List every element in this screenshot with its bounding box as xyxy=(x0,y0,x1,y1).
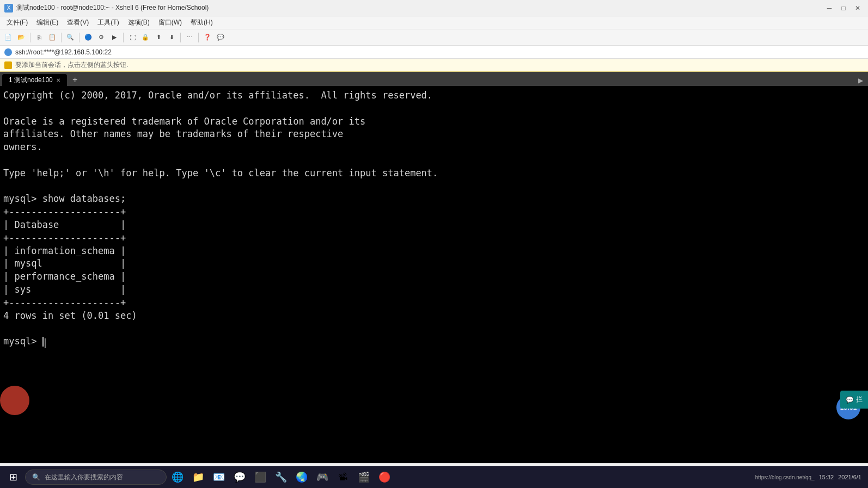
tb-settings[interactable]: ⚙ xyxy=(95,32,107,44)
tb-sep3 xyxy=(79,33,80,42)
maximize-button[interactable]: □ xyxy=(838,2,849,14)
tb-sep1 xyxy=(30,33,30,42)
tb-new[interactable]: 📄 xyxy=(2,32,14,44)
tab-scroll-icon[interactable]: ▶ xyxy=(855,75,866,86)
taskbar-app-wechat[interactable]: 💬 xyxy=(230,467,249,487)
tb-search[interactable]: 🔍 xyxy=(64,32,76,44)
taskbar-app-browser2[interactable]: 🌏 xyxy=(292,467,311,487)
chat-icon: 💬 xyxy=(846,396,854,404)
menu-edit[interactable]: 编辑(E) xyxy=(32,17,63,28)
tb-sep6 xyxy=(198,33,199,42)
terminal-output: Copyright (c) 2000, 2017, Oracle and/or … xyxy=(3,89,865,348)
tb-sep5 xyxy=(180,33,181,42)
terminal[interactable]: Copyright (c) 2000, 2017, Oracle and/or … xyxy=(0,86,868,463)
taskbar-app-browser[interactable]: 🌐 xyxy=(168,467,187,487)
minimize-button[interactable]: ─ xyxy=(823,2,835,14)
tb-script[interactable]: ▶ xyxy=(108,32,120,44)
title-bar-left: X 测试node100 - root@node100:~ - Xshell 6 … xyxy=(4,3,209,13)
window-title: 测试node100 - root@node100:~ - Xshell 6 (F… xyxy=(16,3,209,13)
tb-lock[interactable]: 🔒 xyxy=(139,32,151,44)
taskbar-url: https://blog.csdn.net/qq_ xyxy=(755,474,815,480)
taskbar-app-game[interactable]: 🎮 xyxy=(313,467,332,487)
tb-help[interactable]: ❓ xyxy=(201,32,213,44)
taskbar-app-explorer[interactable]: 📁 xyxy=(188,467,208,487)
taskbar-app-tool1[interactable]: 🔧 xyxy=(271,467,291,487)
tb-copy[interactable]: ⎘ xyxy=(33,32,45,44)
menu-options[interactable]: 选项(B) xyxy=(124,17,154,28)
tb-connect[interactable]: 🔵 xyxy=(82,32,94,44)
tb-fullscreen[interactable]: ⛶ xyxy=(126,32,138,44)
address-text: ssh://root:****@192.168.5.100:22 xyxy=(15,48,112,56)
toolbar: 📄 📂 ⎘ 📋 🔍 🔵 ⚙ ▶ ⛶ 🔒 ⬆ ⬇ ⋯ ❓ 💬 xyxy=(0,29,868,46)
taskbar-app-mail[interactable]: 📧 xyxy=(209,467,229,487)
address-bar: ssh://root:****@192.168.5.100:22 xyxy=(0,46,868,59)
title-bar: X 测试node100 - root@node100:~ - Xshell 6 … xyxy=(0,0,868,16)
taskbar-date: 2021/6/1 xyxy=(838,474,861,480)
menu-file[interactable]: 文件(F) xyxy=(2,17,32,28)
tb-more[interactable]: ⋯ xyxy=(184,32,195,44)
taskbar-apps: 🌐 📁 📧 💬 ⬛ 🔧 🌏 🎮 📽 🎬 🔴 xyxy=(168,467,750,487)
tab-label: 1 测试node100 xyxy=(9,76,53,85)
tab-active[interactable]: 1 测试node100 ✕ xyxy=(2,74,67,86)
app-icon: X xyxy=(4,4,13,13)
taskbar-search[interactable]: 🔍 在这里输入你要搜索的内容 xyxy=(25,470,167,485)
prompt-indicator xyxy=(0,386,29,415)
taskbar-app-video[interactable]: 🎬 xyxy=(354,467,374,487)
taskbar: ⊞ 🔍 在这里输入你要搜索的内容 🌐 📁 📧 💬 ⬛ 🔧 🌏 🎮 📽 🎬 🔴 h… xyxy=(0,466,868,488)
connection-icon xyxy=(4,48,12,56)
window-controls: ─ □ ✕ xyxy=(823,2,864,14)
taskbar-app-record[interactable]: 🔴 xyxy=(375,467,394,487)
menu-window[interactable]: 窗口(W) xyxy=(154,17,186,28)
menu-tools[interactable]: 工具(T) xyxy=(93,17,123,28)
search-icon: 🔍 xyxy=(32,473,40,481)
tb-sep4 xyxy=(123,33,124,42)
chat-button[interactable]: 💬 拦 xyxy=(840,391,868,409)
notification-bar: 要添加当前会话，点击左侧的蓝头按钮. xyxy=(0,59,868,72)
tb-chat[interactable]: 💬 xyxy=(215,32,227,44)
taskbar-app-vscode[interactable]: ⬛ xyxy=(250,467,270,487)
notification-text: 要添加当前会话，点击左侧的蓝头按钮. xyxy=(15,60,128,70)
tb-open[interactable]: 📂 xyxy=(15,32,27,44)
menu-help[interactable]: 帮助(H) xyxy=(186,17,217,28)
chat-label: 拦 xyxy=(856,395,863,404)
close-button[interactable]: ✕ xyxy=(852,2,864,14)
start-button[interactable]: ⊞ xyxy=(2,467,24,487)
tb-upload[interactable]: ⬆ xyxy=(152,32,164,44)
tb-paste[interactable]: 📋 xyxy=(46,32,58,44)
tb-download[interactable]: ⬇ xyxy=(166,32,178,44)
search-placeholder: 在这里输入你要搜索的内容 xyxy=(45,473,123,482)
taskbar-time: 15:32 xyxy=(819,474,834,480)
tab-close-icon[interactable]: ✕ xyxy=(56,77,60,83)
cursor-blink: | xyxy=(42,337,44,347)
menu-view[interactable]: 查看(V) xyxy=(63,17,93,28)
terminal-container: Copyright (c) 2000, 2017, Oracle and/or … xyxy=(0,86,868,463)
taskbar-app-ppt[interactable]: 📽 xyxy=(333,467,353,487)
tab-add-button[interactable]: + xyxy=(69,74,81,86)
notification-icon xyxy=(4,61,12,69)
tb-sep2 xyxy=(61,33,62,42)
tabs-row: 1 测试node100 ✕ + ▶ xyxy=(0,72,868,86)
menu-bar: 文件(F) 编辑(E) 查看(V) 工具(T) 选项(B) 窗口(W) 帮助(H… xyxy=(0,16,868,29)
taskbar-right: https://blog.csdn.net/qq_ 15:32 2021/6/1 xyxy=(751,474,866,480)
